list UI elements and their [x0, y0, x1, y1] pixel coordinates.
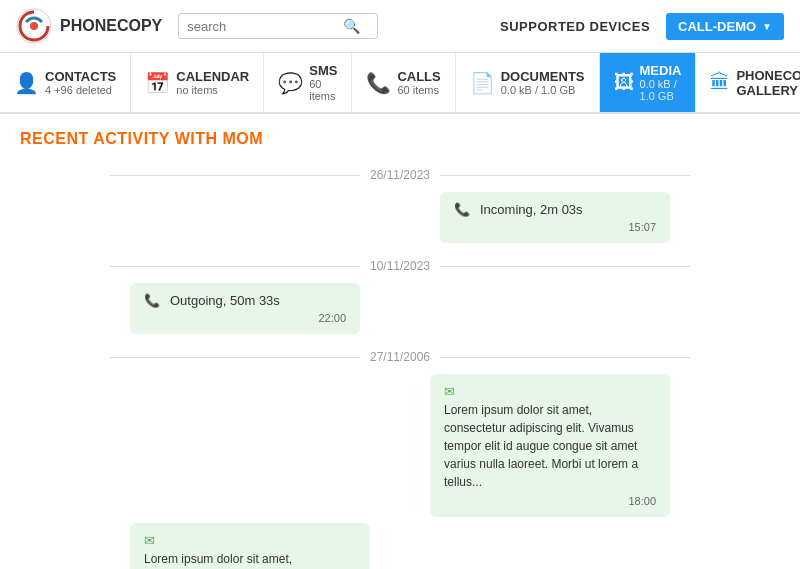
tab-contacts-sub: 4 +96 deleted [45, 84, 116, 96]
tab-media-text: MEDIA 0.0 kB / 1.0 GB [640, 63, 682, 102]
outgoing-call-icon: 📞 [144, 293, 160, 308]
main-content: RECENT ACTIVITY WITH MOM 26/11/2023 📞 In… [0, 114, 800, 569]
call-incoming-bubble-1: 📞 Incoming, 2m 03s 15:07 [440, 192, 670, 243]
call-outgoing-header: 📞 Outgoing, 50m 33s [144, 293, 346, 308]
tab-media-label: MEDIA [640, 63, 682, 78]
tab-phonecopy-label: PHONECOPY GALLERY [736, 68, 800, 98]
tab-sms-label: SMS [309, 63, 337, 78]
media-icon: 🖼 [614, 71, 634, 94]
tab-documents-label: DOCUMENTS [501, 69, 585, 84]
sms-in-time-1: 18:00 [444, 495, 656, 507]
tab-calendar-sub: no items [176, 84, 249, 96]
search-button[interactable]: 🔍 [343, 18, 360, 34]
incoming-call-time: 15:07 [454, 221, 656, 233]
date-label-3: 27/11/2006 [360, 350, 440, 364]
logo-icon [16, 8, 52, 44]
calls-icon: 📞 [366, 71, 391, 95]
sms-in-bubble-1: ✉ Lorem ipsum dolor sit amet, consectetu… [430, 374, 670, 517]
nav-tabs: 👤 CONTACTS 4 +96 deleted 📅 CALENDAR no i… [0, 53, 800, 114]
tab-calls-sub: 60 items [397, 84, 440, 96]
tab-calendar[interactable]: 📅 CALENDAR no items [131, 53, 264, 112]
sms-in-header: ✉ [444, 384, 656, 399]
tab-media-sub: 0.0 kB / 1.0 GB [640, 78, 682, 102]
tab-calendar-text: CALENDAR no items [176, 69, 249, 96]
sms-in-icon: ✉ [444, 384, 455, 399]
search-bar[interactable]: 🔍 [178, 13, 378, 39]
incoming-call-text: Incoming, 2m 03s [480, 202, 583, 217]
contacts-icon: 👤 [14, 71, 39, 95]
call-incoming-header: 📞 Incoming, 2m 03s [454, 202, 656, 217]
call-outgoing-bubble-1: 📞 Outgoing, 50m 33s 22:00 [130, 283, 360, 334]
documents-icon: 📄 [470, 71, 495, 95]
supported-devices-link[interactable]: SUPPORTED DEVICES [500, 19, 650, 34]
activity-container: 26/11/2023 📞 Incoming, 2m 03s 15:07 10/1… [110, 168, 690, 569]
sms-out-text-1: Lorem ipsum dolor sit amet, consectetur … [144, 550, 356, 569]
svg-point-1 [30, 22, 38, 30]
date-label-1: 26/11/2023 [360, 168, 440, 182]
sms-out-header: ✉ [144, 533, 356, 548]
outgoing-call-text: Outgoing, 50m 33s [170, 293, 280, 308]
tab-documents[interactable]: 📄 DOCUMENTS 0.0 kB / 1.0 GB [456, 53, 600, 112]
outgoing-call-time: 22:00 [144, 312, 346, 324]
date-separator-3: 27/11/2006 [110, 350, 690, 364]
tab-contacts-text: CONTACTS 4 +96 deleted [45, 69, 116, 96]
tab-documents-text: DOCUMENTS 0.0 kB / 1.0 GB [501, 69, 585, 96]
phonecopy-gallery-icon: 🏛 [710, 71, 730, 94]
sms-in-text-1: Lorem ipsum dolor sit amet, consectetur … [444, 401, 656, 491]
tab-documents-sub: 0.0 kB / 1.0 GB [501, 84, 585, 96]
sms-out-icon: ✉ [144, 533, 155, 548]
tab-sms-sub: 60 items [309, 78, 337, 102]
logo: PHONECOPY [16, 8, 162, 44]
date-separator-1: 26/11/2023 [110, 168, 690, 182]
dropdown-arrow-icon: ▼ [762, 21, 772, 32]
date-label-2: 10/11/2023 [360, 259, 440, 273]
tab-sms[interactable]: 💬 SMS 60 items [264, 53, 352, 112]
tab-phonecopy-gallery[interactable]: NEW 🏛 PHONECOPY GALLERY [696, 53, 800, 112]
tab-sms-text: SMS 60 items [309, 63, 337, 102]
incoming-call-icon: 📞 [454, 202, 470, 217]
search-input[interactable] [187, 19, 337, 34]
tab-calls-label: CALLS [397, 69, 440, 84]
tab-contacts[interactable]: 👤 CONTACTS 4 +96 deleted [0, 53, 131, 112]
calendar-icon: 📅 [145, 71, 170, 95]
date-separator-2: 10/11/2023 [110, 259, 690, 273]
header: PHONECOPY 🔍 SUPPORTED DEVICES CALL-DEMO … [0, 0, 800, 53]
logo-text: PHONECOPY [60, 17, 162, 35]
tab-phonecopy-text: PHONECOPY GALLERY [736, 68, 800, 98]
sms-out-bubble-1: ✉ Lorem ipsum dolor sit amet, consectetu… [130, 523, 370, 569]
tab-media[interactable]: 🖼 MEDIA 0.0 kB / 1.0 GB [600, 53, 697, 112]
sms-icon: 💬 [278, 71, 303, 95]
tab-calls-text: CALLS 60 items [397, 69, 440, 96]
tab-contacts-label: CONTACTS [45, 69, 116, 84]
page-title: RECENT ACTIVITY WITH MOM [20, 130, 780, 148]
tab-calendar-label: CALENDAR [176, 69, 249, 84]
tab-calls[interactable]: 📞 CALLS 60 items [352, 53, 455, 112]
call-demo-button[interactable]: CALL-DEMO ▼ [666, 13, 784, 40]
